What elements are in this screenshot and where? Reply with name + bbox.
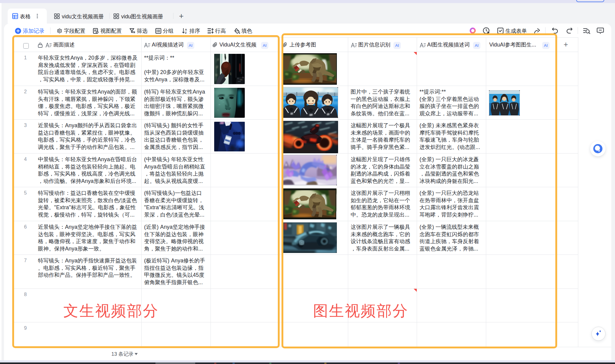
svg-text:A: A — [185, 28, 187, 31]
svg-text:Z: Z — [185, 31, 187, 34]
